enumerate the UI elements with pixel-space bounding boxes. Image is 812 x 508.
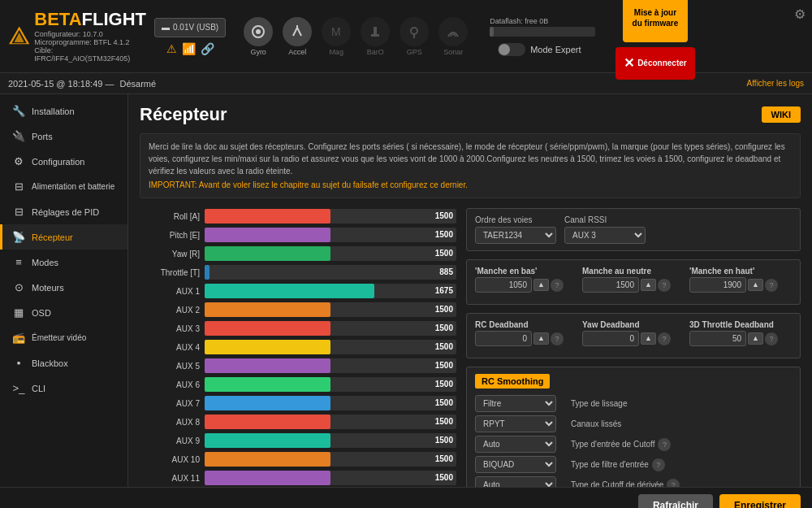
channel-row: Throttle [T]885	[140, 264, 456, 280]
sidebar-item-installation[interactable]: 🔧 Installation	[0, 98, 127, 124]
manche-bas-up[interactable]: ▲	[533, 279, 549, 291]
smoothing-select-0[interactable]: Filtre	[475, 395, 556, 412]
manche-haut-up[interactable]: ▲	[748, 279, 763, 291]
yaw-deadband-help[interactable]: ?	[658, 332, 671, 345]
sidebar-item-osd[interactable]: ▦ OSD	[0, 300, 127, 325]
update-firmware-button[interactable]: Mise à jour du firmware	[623, 0, 688, 42]
gps-button[interactable]: GPS	[396, 17, 432, 56]
rc-deadband-help[interactable]: ?	[551, 332, 564, 345]
channel-value: 1500	[435, 209, 453, 224]
smoothing-select-4[interactable]: Auto	[475, 476, 556, 487]
ordre-voies-select[interactable]: TAER1234	[475, 227, 556, 244]
sidebar-item-alimentation[interactable]: ⊟ Alimentation et batterie	[0, 174, 127, 199]
sidebar-item-configuration[interactable]: ⚙ Configuration	[0, 149, 127, 174]
sidebar-item-emetteur[interactable]: 📻 Émetteur vidéo	[0, 325, 127, 350]
channel-label: AUX 5	[140, 362, 205, 371]
emetteur-icon: 📻	[12, 332, 25, 344]
manche-bas-label: 'Manche en bas'	[475, 267, 577, 276]
betaflight-logo	[8, 16, 30, 57]
channel-bar	[205, 377, 330, 392]
sidebar-item-pid[interactable]: ⊟ Réglages de PID	[0, 199, 127, 224]
channel-bar-bg: 1500	[205, 321, 456, 336]
sidebar-item-ports[interactable]: 🔌 Ports	[0, 124, 127, 149]
smoothing-select-2[interactable]: Auto	[475, 436, 556, 453]
channel-label: AUX 6	[140, 380, 205, 389]
channel-bar-bg: 1500	[205, 302, 456, 317]
rc-deadband-input[interactable]	[475, 331, 532, 346]
app-name: BETAFLIGHT	[34, 10, 146, 29]
rc-deadband-label: RC Deadband	[475, 320, 577, 329]
wiki-button[interactable]: WIKI	[762, 106, 801, 123]
sidebar-item-modes[interactable]: ≡ Modes	[0, 250, 127, 275]
gyro-button[interactable]: Gyro	[240, 17, 276, 56]
smoothing-help-4[interactable]: ?	[667, 479, 680, 488]
smoothing-label-2: Type d'entrée de Cutoff	[571, 440, 654, 449]
sidebar-label-ports: Ports	[32, 132, 53, 141]
channel-bar-bg: 1500	[205, 471, 456, 485]
channel-label: Throttle [T]	[140, 268, 205, 277]
sidebar-item-recepteur[interactable]: 📡 Récepteur	[0, 224, 127, 250]
manche-neutre-input[interactable]	[582, 277, 639, 293]
svg-point-4	[256, 29, 261, 34]
manche-bas-help[interactable]: ?	[551, 279, 564, 292]
smoothing-label-1: Canaux lissés	[571, 419, 621, 428]
show-logs-button[interactable]: Afficher les logs	[747, 79, 804, 88]
throttle-deadband-up[interactable]: ▲	[748, 332, 763, 345]
mode-expert-label: Mode Expert	[530, 45, 581, 54]
deadband-section: RC Deadband ▲ ? Yaw Deadband ▲	[466, 313, 801, 358]
page-title: Récepteur	[140, 104, 227, 125]
throttle-deadband-help[interactable]: ?	[765, 332, 778, 345]
manche-neutre-help[interactable]: ?	[658, 279, 671, 292]
mag-button[interactable]: M Mag	[318, 17, 354, 56]
channel-value: 1500	[435, 302, 453, 317]
channel-bar	[205, 415, 330, 429]
sidebar-item-moteurs[interactable]: ⊙ Moteurs	[0, 275, 127, 300]
channel-label: AUX 4	[140, 343, 205, 352]
smoothing-select-3[interactable]: BIQUAD	[475, 456, 556, 473]
channel-label: AUX 9	[140, 436, 205, 445]
svg-rect-8	[371, 34, 379, 37]
moteurs-icon: ⊙	[12, 281, 25, 293]
refresh-button[interactable]: Rafraîchir	[638, 494, 713, 508]
rc-deadband-up[interactable]: ▲	[533, 332, 549, 345]
manche-bas-input[interactable]	[475, 277, 532, 293]
channel-label: AUX 10	[140, 455, 205, 464]
sonar-label: Sonar	[443, 48, 463, 56]
accel-button[interactable]: Accel	[279, 17, 315, 56]
manche-haut-input[interactable]	[689, 277, 746, 293]
channel-value: 1500	[435, 433, 453, 448]
ordre-voies-section: Ordre des voies TAER1234 Canal RSSI AUX …	[466, 208, 801, 251]
sidebar-item-blackbox[interactable]: ▪ Blackbox	[0, 350, 127, 376]
smoothing-label-0: Type de lissage	[571, 399, 628, 408]
gear-button[interactable]: ⚙	[794, 7, 806, 22]
channel-label: Pitch [E]	[140, 231, 205, 240]
sonar-button[interactable]: Sonar	[435, 17, 471, 56]
channel-bar-bg: 1500	[205, 358, 456, 373]
channel-bar-bg: 1500	[205, 396, 456, 410]
baro-button[interactable]: BarO	[357, 17, 393, 56]
mode-expert-toggle[interactable]	[498, 43, 525, 56]
manche-haut-help[interactable]: ?	[765, 279, 778, 292]
manche-neutre-up[interactable]: ▲	[641, 279, 656, 291]
smoothing-help-2[interactable]: ?	[658, 438, 671, 451]
smoothing-select-1[interactable]: RPYT	[475, 415, 556, 432]
baro-label: BarO	[367, 48, 384, 56]
channel-label: AUX 11	[140, 474, 205, 483]
channel-value: 1500	[435, 471, 453, 485]
channel-label: AUX 8	[140, 418, 205, 427]
channel-value: 1500	[435, 415, 453, 429]
smoothing-help-3[interactable]: ?	[652, 458, 665, 471]
save-button[interactable]: Enregistrer	[719, 494, 801, 508]
channel-bar-bg: 1500	[205, 228, 456, 242]
sidebar-item-cli[interactable]: >_ CLI	[0, 376, 127, 401]
disconnect-button[interactable]: ✕ Déconnecter	[615, 47, 695, 80]
sidebar-label-emetteur: Émetteur vidéo	[32, 333, 86, 342]
configuration-icon: ⚙	[12, 155, 25, 167]
yaw-deadband-up[interactable]: ▲	[641, 332, 656, 345]
channel-bar	[205, 302, 330, 317]
channel-bar-bg: 1500	[205, 415, 456, 429]
yaw-deadband-input[interactable]	[582, 331, 639, 346]
throttle-deadband-input[interactable]	[689, 331, 746, 346]
canal-rssi-select[interactable]: AUX 3	[564, 227, 646, 244]
modes-icon: ≡	[12, 256, 25, 268]
